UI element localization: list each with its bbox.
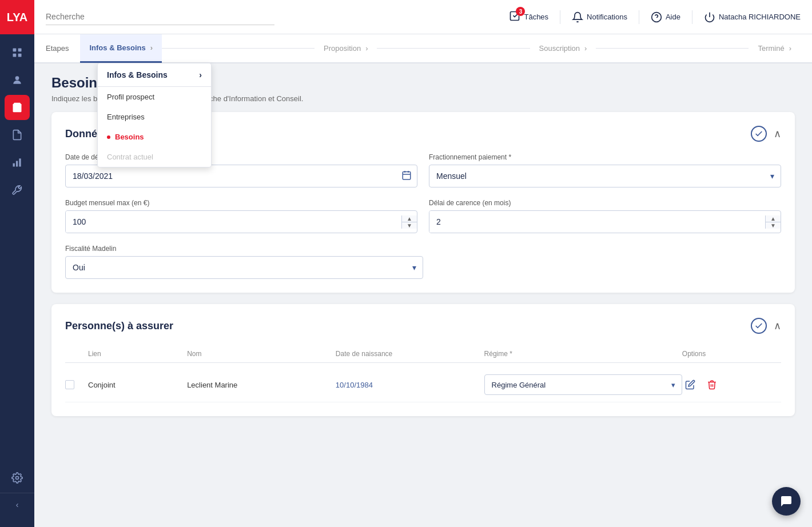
step-label-termine: Terminé <box>758 44 784 53</box>
chat-icon <box>779 494 793 508</box>
dropdown-item-profil-prospect[interactable]: Profil prospect <box>98 87 211 107</box>
contract-card-icons: ∧ <box>751 126 781 142</box>
help-label: Aide <box>666 13 680 21</box>
sidebar-item-tools[interactable] <box>5 177 30 202</box>
persons-check-icon <box>751 318 767 334</box>
infos-besoins-dropdown: Infos & Besoins › Profil prospect Entrep… <box>97 63 212 167</box>
chevron-right-dropdown-icon: › <box>199 70 202 79</box>
date-input-container <box>65 165 417 187</box>
budget-spinner: ▲ ▼ <box>65 210 417 233</box>
row-action-icons <box>682 377 781 393</box>
chat-button[interactable] <box>772 487 801 516</box>
sidebar-item-settings[interactable] <box>5 465 30 490</box>
dropdown-header[interactable]: Infos & Besoins › <box>98 63 211 87</box>
sidebar-item-orders[interactable] <box>5 95 30 120</box>
calendar-icon <box>401 170 412 182</box>
svg-rect-3 <box>18 54 22 57</box>
topbar-right: 3 Tâches Notifications Aide Natacha <box>509 10 801 24</box>
sidebar: LYA ‹ <box>0 0 34 527</box>
carence-decrement-button[interactable]: ▼ <box>766 222 781 229</box>
col-header-nom: Nom <box>187 350 336 358</box>
sidebar-item-dashboard[interactable] <box>5 40 30 65</box>
table-row: Conjoint Leclient Marine 10/10/1984 Régi… <box>65 368 781 402</box>
sidebar-item-documents[interactable] <box>5 122 30 147</box>
contract-collapse-button[interactable]: ∧ <box>774 127 781 140</box>
dropdown-item-besoins[interactable]: Besoins <box>98 127 211 147</box>
col-header-options: Options <box>682 350 781 358</box>
carence-increment-button[interactable]: ▲ <box>766 215 781 222</box>
contract-check-icon <box>751 126 767 142</box>
search-container <box>46 9 274 25</box>
budget-decrement-button[interactable]: ▼ <box>402 222 417 229</box>
step-proposition[interactable]: Proposition › <box>315 34 377 63</box>
budget-input[interactable] <box>66 211 401 233</box>
topbar: 3 Tâches Notifications Aide Natacha <box>34 0 812 34</box>
delete-row-button[interactable] <box>704 377 720 393</box>
divider-1 <box>560 10 560 24</box>
sidebar-item-stats[interactable] <box>5 150 30 175</box>
fiscalite-label: Fiscalité Madelin <box>65 245 423 253</box>
divider-2 <box>639 10 639 24</box>
sidebar-collapse-button[interactable]: ‹ <box>0 493 34 516</box>
persons-table: Lien Nom Date de naissance Régime * Opti… <box>65 345 781 402</box>
fiscalite-select[interactable]: Oui Non <box>65 256 423 279</box>
power-icon <box>704 11 715 23</box>
dropdown-item-entreprises[interactable]: Entreprises <box>98 107 211 127</box>
dropdown-item-label-entreprises: Entreprises <box>107 113 145 121</box>
budget-increment-button[interactable]: ▲ <box>402 215 417 222</box>
edit-row-button[interactable] <box>682 377 698 393</box>
step-termine[interactable]: Terminé › <box>749 34 801 63</box>
payment-select-wrapper: Mensuel Trimestriel Semestriel Annuel <box>429 165 781 187</box>
persons-card-header: Personne(s) à assurer ∧ <box>65 318 781 334</box>
tasks-button[interactable]: 3 Tâches <box>509 10 548 23</box>
svg-rect-0 <box>13 49 17 52</box>
fiscalite-form-group: Fiscalité Madelin Oui Non <box>65 245 423 279</box>
row-date-naissance: 10/10/1984 <box>336 381 484 389</box>
payment-select[interactable]: Mensuel Trimestriel Semestriel Annuel <box>429 165 781 187</box>
svg-rect-6 <box>13 163 15 167</box>
dropdown-item-label-profil: Profil prospect <box>107 93 154 101</box>
carence-input[interactable] <box>429 211 765 233</box>
payment-form-group: Fractionnement paiement * Mensuel Trimes… <box>429 153 781 187</box>
sidebar-item-contacts[interactable] <box>5 67 30 93</box>
tasks-label: Tâches <box>524 13 548 21</box>
user-menu[interactable]: Natacha RICHIARDONE <box>704 11 801 23</box>
chevron-right-icon: › <box>150 43 153 52</box>
notifications-label: Notifications <box>587 13 627 21</box>
active-dot-icon <box>107 135 110 139</box>
notifications-icon <box>572 11 583 23</box>
notifications-button[interactable]: Notifications <box>572 11 627 23</box>
step-label-souscription: Souscription <box>539 44 580 53</box>
col-header-checkbox <box>65 350 88 358</box>
fiscalite-select-wrapper: Oui Non <box>65 256 423 279</box>
chevron-right-icon-3: › <box>584 44 587 53</box>
regime-select[interactable]: Régime Général TNS Agricole Fonctionnair… <box>484 374 682 395</box>
steps-list: Infos & Besoins › Proposition › Souscrip… <box>80 34 801 63</box>
svg-point-4 <box>15 76 19 80</box>
persons-collapse-button[interactable]: ∧ <box>774 320 781 332</box>
step-souscription[interactable]: Souscription › <box>530 34 596 63</box>
chevron-right-icon-4: › <box>789 44 791 53</box>
main-area: 3 Tâches Notifications Aide Natacha <box>34 0 812 527</box>
carence-spinner: ▲ ▼ <box>429 210 781 233</box>
payment-label: Fractionnement paiement * <box>429 153 781 161</box>
date-input[interactable] <box>65 165 417 187</box>
divider-3 <box>692 10 692 24</box>
step-label-infos-besoins: Infos & Besoins <box>89 43 145 52</box>
row-checkbox[interactable] <box>65 380 74 389</box>
app-logo[interactable]: LYA <box>0 0 34 34</box>
help-button[interactable]: Aide <box>651 11 680 23</box>
help-icon <box>651 11 662 23</box>
search-input[interactable] <box>46 9 274 25</box>
svg-rect-1 <box>18 49 22 52</box>
steps-container: Etapes Infos & Besoins › Proposition › S… <box>34 34 812 63</box>
chevron-right-icon-2: › <box>365 44 368 53</box>
table-header: Lien Nom Date de naissance Régime * Opti… <box>65 345 781 363</box>
regime-select-wrapper: Régime Général TNS Agricole Fonctionnair… <box>484 374 682 395</box>
svg-point-9 <box>16 477 19 480</box>
col-header-lien: Lien <box>88 350 187 358</box>
budget-label: Budget mensuel max (en €) <box>65 199 417 207</box>
persons-card-title: Personne(s) à assurer <box>65 320 173 332</box>
carence-spinner-buttons: ▲ ▼ <box>765 215 781 229</box>
step-infos-besoins[interactable]: Infos & Besoins › <box>80 34 162 63</box>
